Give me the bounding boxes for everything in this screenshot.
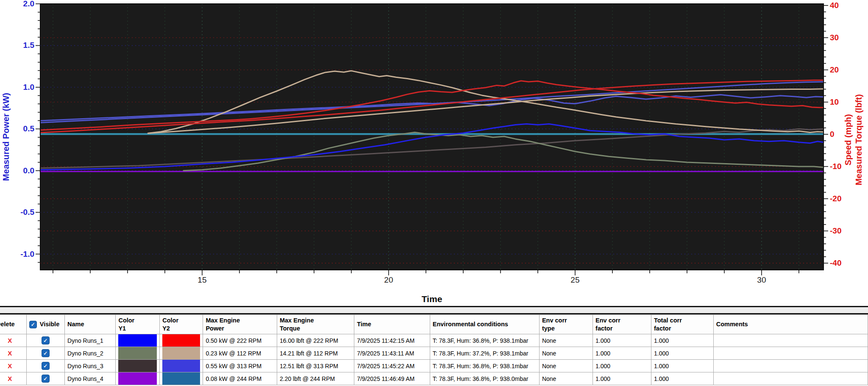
column-header-env: Environmental conditions (430, 315, 539, 334)
column-header-label: Total corr factor (654, 317, 682, 331)
max-power-cell: 0.08 kW @ 244 RPM (203, 372, 277, 385)
column-header-label: Comments (716, 321, 748, 328)
color-y2-cell (160, 372, 203, 385)
dyno-app-screen: 152025302.01.51.00.50.0-0.5-1.0403020100… (0, 0, 868, 386)
column-header-env-corr-factor: Env corr factor (593, 315, 651, 334)
visible-all-checkbox[interactable]: ✓ (29, 321, 37, 328)
y-right-tick-label: 30 (830, 33, 839, 42)
runs-table: Delete✓VisibleNameColor Y1Color Y2Max En… (0, 314, 868, 385)
y-right-tick-label: -10 (830, 162, 841, 171)
delete-run-button[interactable]: X (0, 362, 24, 369)
y-right-axis-title-torque: Measured Torque (lbft) (854, 94, 863, 185)
name-cell[interactable]: Dyno Runs_1 (65, 334, 116, 347)
dyno-chart: 152025302.01.51.00.50.0-0.5-1.0403020100… (0, 0, 868, 306)
env-cell: T: 78.3F, Hum: 36.8%, P: 938.1mbar (430, 360, 539, 372)
env-cell: T: 78.3F, Hum: 36.8%, P: 938.1mbar (430, 334, 539, 347)
y-left-tick-label: 0.5 (23, 124, 35, 133)
x-tick-label: 30 (757, 275, 766, 284)
visible-cell: ✓ (26, 334, 64, 347)
y-right-tick-label: 0 (830, 130, 835, 139)
color-y2-swatch[interactable] (162, 334, 200, 347)
y-left-tick-label: -1.0 (20, 250, 34, 258)
max-torque-cell: 2.20 lbft @ 244 RPM (277, 372, 354, 385)
y-left-tick-label: 0.0 (23, 166, 34, 175)
run-row: X✓Dyno Runs_20.23 kW @ 112 RPM14.21 lbft… (0, 347, 868, 360)
y-left-tick-label: 1.0 (23, 83, 34, 92)
splitter-bar[interactable] (0, 306, 868, 314)
column-header-label: Max Engine Torque (280, 317, 314, 331)
delete-cell: X (0, 347, 26, 360)
env-corr-type-cell: None (539, 372, 593, 385)
total-corr-factor-cell: 1.000 (651, 372, 713, 385)
env-cell: T: 78.3F, Hum: 36.8%, P: 938.0mbar (430, 372, 539, 385)
run-row: X✓Dyno Runs_30.55 kW @ 313 RPM12.51 lbft… (0, 360, 868, 372)
color-y2-swatch[interactable] (162, 372, 200, 385)
column-header-max-torque: Max Engine Torque (277, 315, 354, 334)
visible-checkbox[interactable]: ✓ (42, 362, 50, 370)
delete-run-button[interactable]: X (0, 337, 24, 344)
max-power-cell: 0.23 kW @ 112 RPM (203, 347, 277, 360)
y-right-tick-label: -40 (830, 258, 841, 267)
y-right-tick-label: 10 (830, 97, 839, 106)
name-cell[interactable]: Dyno Runs_4 (65, 372, 116, 385)
env-corr-factor-cell: 1.000 (593, 334, 651, 347)
color-y1-swatch[interactable] (118, 347, 157, 359)
env-cell: T: 78.3F, Hum: 37.2%, P: 938.1mbar (430, 347, 539, 360)
column-header-label: Delete (0, 321, 15, 328)
runs-table-body: X✓Dyno Runs_10.50 kW @ 222 RPM16.00 lbft… (0, 334, 868, 385)
y-left-tick-label: 1.5 (23, 41, 35, 50)
color-y2-cell (160, 334, 203, 347)
y-right-tick-label: 40 (830, 1, 839, 10)
x-axis-title: Time (422, 294, 442, 304)
visible-checkbox[interactable]: ✓ (42, 375, 50, 383)
name-cell[interactable]: Dyno Runs_3 (65, 360, 116, 372)
column-header-label: Env corr factor (595, 317, 620, 331)
x-tick-label: 15 (198, 275, 206, 284)
run-row: X✓Dyno Runs_10.50 kW @ 222 RPM16.00 lbft… (0, 334, 868, 347)
comments-cell[interactable] (713, 360, 868, 372)
comments-cell[interactable] (713, 347, 868, 360)
color-y2-swatch[interactable] (162, 347, 200, 359)
time-cell: 7/9/2025 11:42:15 AM (354, 334, 430, 347)
visible-checkbox[interactable]: ✓ (42, 336, 50, 344)
max-torque-cell: 16.00 lbft @ 222 RPM (277, 334, 354, 347)
color-y1-swatch[interactable] (118, 360, 157, 372)
delete-run-button[interactable]: X (0, 350, 24, 357)
comments-cell[interactable] (713, 372, 868, 385)
column-header-name: Name (65, 315, 116, 334)
y-left-tick-label: -0.5 (20, 208, 34, 217)
y-right-tick-label: 20 (830, 65, 839, 74)
column-header-max-power: Max Engine Power (203, 315, 277, 334)
runs-table-header: Delete✓VisibleNameColor Y1Color Y2Max En… (0, 315, 868, 334)
env-corr-type-cell: None (539, 360, 593, 372)
delete-run-button[interactable]: X (0, 375, 24, 382)
column-header-total-corr-factor: Total corr factor (651, 315, 713, 334)
color-y1-cell (116, 372, 160, 385)
name-cell[interactable]: Dyno Runs_2 (65, 347, 116, 360)
color-y2-cell (160, 360, 203, 372)
delete-cell: X (0, 334, 26, 347)
env-corr-type-cell: None (539, 334, 593, 347)
color-y2-swatch[interactable] (162, 360, 200, 372)
run-row: X✓Dyno Runs_40.08 kW @ 244 RPM2.20 lbft … (0, 372, 868, 385)
column-header-label: Max Engine Power (206, 317, 240, 331)
column-header-label: Env corr type (542, 317, 567, 331)
x-tick-label: 20 (384, 275, 393, 284)
time-cell: 7/9/2025 11:43:11 AM (354, 347, 430, 360)
comments-cell[interactable] (713, 334, 868, 347)
column-header-label: Color Y1 (118, 317, 134, 331)
total-corr-factor-cell: 1.000 (651, 334, 713, 347)
visible-cell: ✓ (26, 372, 64, 385)
column-header-env-corr-type: Env corr type (539, 315, 593, 334)
visible-checkbox[interactable]: ✓ (42, 349, 50, 357)
y-right-tick-label: -30 (830, 226, 841, 235)
column-header-color-y1: Color Y1 (116, 315, 160, 334)
max-torque-cell: 14.21 lbft @ 112 RPM (277, 347, 354, 360)
env-corr-factor-cell: 1.000 (593, 360, 651, 372)
column-header-comments: Comments (713, 315, 868, 334)
delete-cell: X (0, 372, 26, 385)
color-y1-swatch[interactable] (118, 334, 157, 347)
color-y1-swatch[interactable] (118, 372, 157, 385)
column-header-time: Time (354, 315, 430, 334)
column-header-delete: Delete (0, 315, 26, 334)
